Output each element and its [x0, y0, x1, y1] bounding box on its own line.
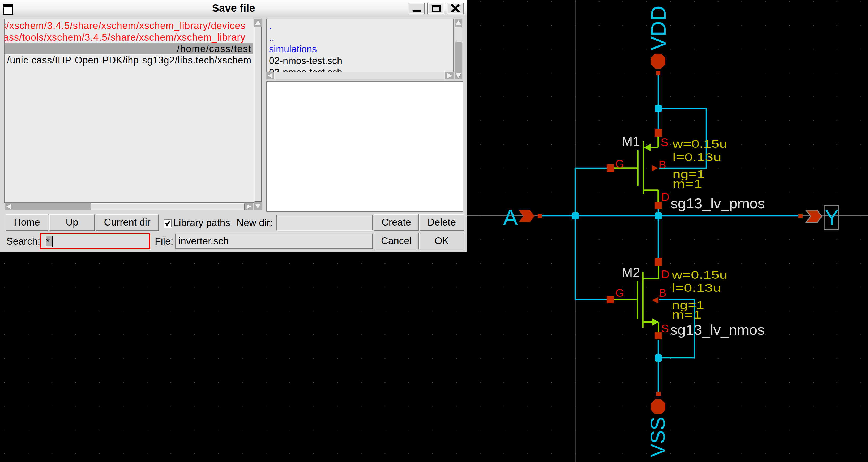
svg-text:VSS: VSS: [646, 417, 669, 457]
svg-text:VDD: VDD: [647, 6, 670, 51]
svg-text:M2: M2: [622, 265, 640, 280]
svg-text:B: B: [658, 158, 666, 171]
svg-text:M1: M1: [622, 134, 640, 149]
svg-text:sg13_lv_nmos: sg13_lv_nmos: [670, 322, 765, 338]
svg-text:G: G: [615, 157, 624, 170]
svg-text:w=0.15u: w=0.15u: [672, 268, 727, 281]
svg-text:B: B: [659, 286, 666, 299]
svg-text:D: D: [661, 268, 670, 281]
svg-text:l=0.13u: l=0.13u: [672, 282, 721, 294]
svg-text:m=1: m=1: [672, 309, 702, 321]
svg-text:G: G: [615, 286, 624, 299]
svg-text:l=0.13u: l=0.13u: [673, 151, 721, 164]
svg-text:Y: Y: [825, 205, 839, 229]
svg-text:sg13_lv_pmos: sg13_lv_pmos: [671, 195, 765, 211]
svg-text:m=1: m=1: [673, 177, 702, 190]
svg-text:w=0.15u: w=0.15u: [672, 138, 727, 150]
svg-text:A: A: [503, 205, 518, 229]
svg-text:S: S: [661, 136, 668, 148]
svg-text:D: D: [661, 191, 670, 203]
svg-text:S: S: [661, 322, 669, 335]
